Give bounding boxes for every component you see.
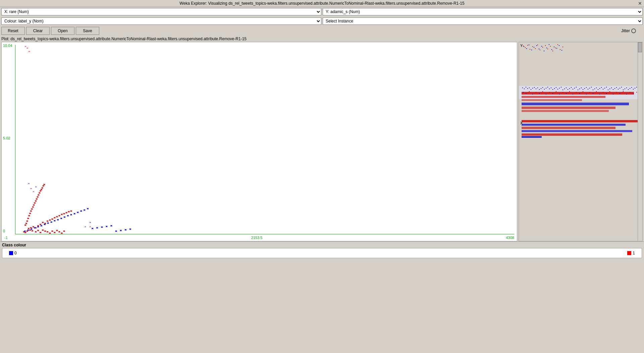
svg-rect-266 [532, 46, 533, 47]
minimap-scrollbar[interactable] [638, 42, 642, 241]
svg-rect-285 [539, 49, 539, 49]
svg-rect-215 [522, 92, 634, 95]
minimap-scroll-thumb[interactable] [638, 42, 642, 52]
svg-rect-186 [589, 88, 590, 89]
svg-text:×: × [27, 229, 29, 232]
svg-rect-197 [608, 90, 608, 90]
svg-rect-201 [614, 88, 615, 89]
svg-rect-176 [573, 89, 573, 90]
svg-rect-154 [536, 89, 536, 89]
svg-rect-180 [579, 89, 580, 89]
svg-rect-277 [560, 49, 560, 50]
save-button[interactable]: Save [76, 27, 99, 35]
svg-rect-149 [527, 88, 528, 89]
svg-rect-192 [599, 88, 600, 89]
svg-rect-198 [609, 89, 610, 89]
svg-rect-213 [635, 88, 635, 89]
close-button[interactable]: ✕ [638, 1, 642, 6]
svg-rect-184 [586, 87, 587, 88]
svg-rect-231 [536, 92, 536, 93]
svg-rect-294 [561, 50, 562, 51]
svg-rect-244 [579, 93, 580, 94]
svg-text:×: × [24, 230, 26, 233]
svg-text:×: × [33, 190, 35, 193]
svg-rect-208 [626, 87, 627, 88]
svg-rect-204 [620, 88, 620, 89]
svg-rect-286 [541, 46, 542, 47]
minimap-y-label: Y [520, 44, 523, 48]
svg-text:×: × [35, 185, 37, 188]
svg-text:×: × [26, 220, 28, 223]
svg-rect-261 [636, 92, 637, 93]
reset-button[interactable]: Reset [1, 27, 25, 35]
svg-text:×: × [43, 183, 45, 186]
svg-rect-207 [625, 89, 625, 89]
svg-text:×: × [89, 221, 92, 224]
select-instance-dropdown[interactable]: Select Instance [323, 17, 643, 25]
svg-rect-202 [616, 87, 617, 88]
scatter-plot[interactable]: 10.04 5.02 0 -1 2153.5 4308 × × × × × × … [1, 42, 517, 241]
x-axis-dropdown[interactable]: X: rare (Num) [1, 8, 321, 15]
svg-rect-275 [555, 48, 556, 48]
minimap-x-label: X [520, 121, 523, 125]
svg-rect-265 [530, 49, 530, 50]
svg-text:×: × [61, 232, 63, 235]
colour-item-0: 0 [2, 251, 23, 255]
svg-rect-151 [531, 89, 531, 90]
svg-rect-216 [522, 96, 605, 98]
svg-rect-147 [524, 89, 525, 89]
svg-rect-259 [630, 92, 630, 93]
y-axis-dropdown[interactable]: Y: adamic_s (Num) [323, 8, 643, 15]
svg-rect-255 [616, 92, 617, 93]
svg-rect-193 [601, 87, 602, 88]
svg-rect-219 [522, 107, 615, 109]
svg-rect-264 [527, 45, 528, 46]
open-button[interactable]: Open [51, 27, 74, 35]
svg-rect-226 [522, 136, 542, 138]
colour-label-0: 0 [14, 251, 17, 255]
svg-rect-249 [596, 91, 597, 92]
svg-text:×: × [96, 227, 98, 229]
svg-rect-230 [532, 94, 533, 95]
svg-rect-236 [552, 93, 553, 94]
svg-text:×: × [51, 218, 53, 221]
svg-rect-260 [633, 93, 634, 94]
svg-rect-293 [559, 45, 559, 46]
svg-text:×: × [70, 214, 72, 216]
svg-text:×: × [49, 232, 51, 235]
svg-rect-252 [606, 93, 607, 94]
svg-rect-276 [557, 44, 558, 45]
svg-rect-274 [552, 51, 553, 51]
svg-text:×: × [89, 225, 92, 228]
svg-text:×: × [56, 229, 58, 232]
svg-rect-210 [630, 88, 630, 89]
svg-rect-229 [529, 91, 530, 92]
svg-text:×: × [37, 229, 39, 232]
svg-text:×: × [68, 211, 70, 213]
svg-rect-150 [529, 87, 530, 88]
svg-rect-245 [583, 91, 583, 92]
colour-dropdown[interactable]: Colour: label_y (Nom) [1, 17, 321, 25]
colour-label-1: 1 [633, 251, 635, 255]
clear-button[interactable]: Clear [26, 27, 50, 35]
class-colour-bar: 0 1 [2, 248, 642, 258]
svg-rect-178 [576, 87, 577, 87]
svg-text:×: × [67, 215, 69, 217]
svg-text:×: × [47, 222, 49, 225]
svg-text:×: × [70, 210, 72, 213]
svg-rect-269 [540, 50, 540, 50]
svg-rect-162 [549, 89, 550, 89]
svg-rect-279 [524, 46, 524, 47]
svg-rect-181 [581, 87, 582, 88]
title-bar: Weka Explorer: Visualizing ds_rel_tweets… [0, 0, 644, 7]
jitter-slider[interactable] [631, 28, 636, 33]
svg-rect-152 [532, 88, 533, 89]
svg-rect-188 [593, 90, 593, 90]
svg-text:×: × [92, 227, 94, 230]
svg-rect-220 [522, 110, 609, 112]
svg-rect-200 [613, 89, 613, 90]
svg-rect-189 [594, 89, 595, 89]
svg-rect-291 [554, 47, 554, 47]
svg-rect-175 [571, 87, 572, 88]
svg-rect-146 [522, 87, 523, 88]
